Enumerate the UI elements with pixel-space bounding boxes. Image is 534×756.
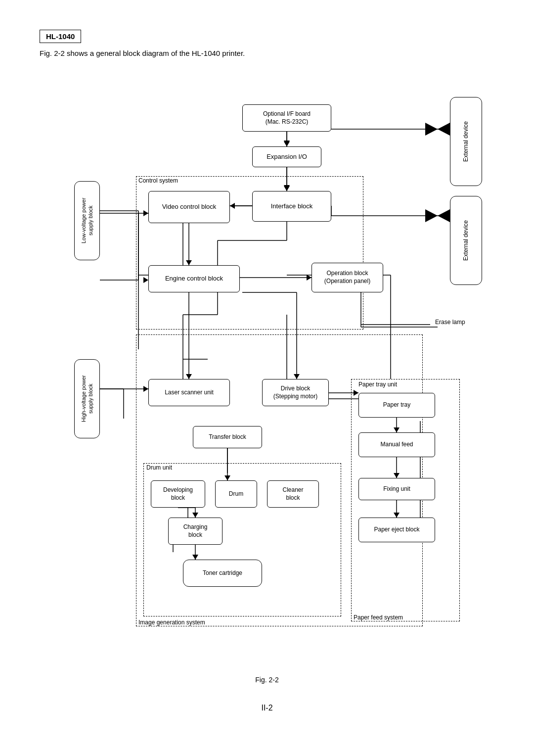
- model-label: HL-1040: [40, 30, 81, 43]
- developing-block: Developingblock: [151, 480, 205, 508]
- description: Fig. 2-2 shows a general block diagram o…: [40, 49, 494, 57]
- charging-block: Chargingblock: [168, 518, 222, 545]
- laser-scanner-unit: Laser scanner unit: [148, 379, 230, 406]
- external-device-top: External device: [450, 97, 482, 186]
- toner-cartridge: Toner cartridge: [183, 560, 262, 587]
- cleaner-block: Cleanerblock: [267, 480, 319, 508]
- fixing-unit: Fixing unit: [358, 478, 435, 500]
- svg-marker-38: [425, 209, 438, 222]
- control-system-label: Control system: [138, 177, 178, 184]
- paper-feed-label: Paper feed system: [354, 614, 403, 621]
- engine-control-block: Engine control block: [148, 265, 240, 292]
- low-voltage-supply: Low-voltage powersupply block: [74, 181, 100, 260]
- page: HL-1040 Fig. 2-2 shows a general block d…: [0, 0, 534, 756]
- drum-block: Drum: [215, 480, 257, 508]
- paper-tray-unit-label: Paper tray unit: [358, 381, 397, 388]
- transfer-block: Transfer block: [193, 426, 262, 448]
- high-voltage-supply: High-voltage powersupply block: [74, 359, 100, 438]
- operation-block: Operation block(Operation panel): [312, 263, 383, 292]
- paper-eject-block: Paper eject block: [358, 518, 435, 542]
- svg-marker-33: [438, 123, 450, 136]
- svg-marker-42: [284, 141, 290, 146]
- manual-feed: Manual feed: [358, 432, 435, 457]
- optional-if-board: Optional I/F board(Mac. RS-232C): [242, 104, 331, 132]
- external-device-bottom: External device: [450, 196, 482, 285]
- expansion-io: Expansion I/O: [252, 146, 321, 167]
- diagram-area: External device External device Optional…: [44, 72, 490, 666]
- figure-caption: Fig. 2-2: [40, 676, 494, 684]
- video-control-block: Video control block: [148, 191, 230, 223]
- page-number: II-2: [40, 704, 494, 712]
- erase-lamp-label: Erase lamp: [435, 319, 465, 326]
- paper-tray: Paper tray: [358, 393, 435, 418]
- svg-marker-37: [438, 209, 450, 222]
- drum-unit-label: Drum unit: [146, 464, 172, 471]
- image-gen-label: Image generation system: [138, 619, 205, 626]
- svg-marker-45: [284, 142, 290, 146]
- drive-block: Drive block(Stepping motor): [262, 379, 329, 406]
- svg-marker-34: [425, 123, 438, 136]
